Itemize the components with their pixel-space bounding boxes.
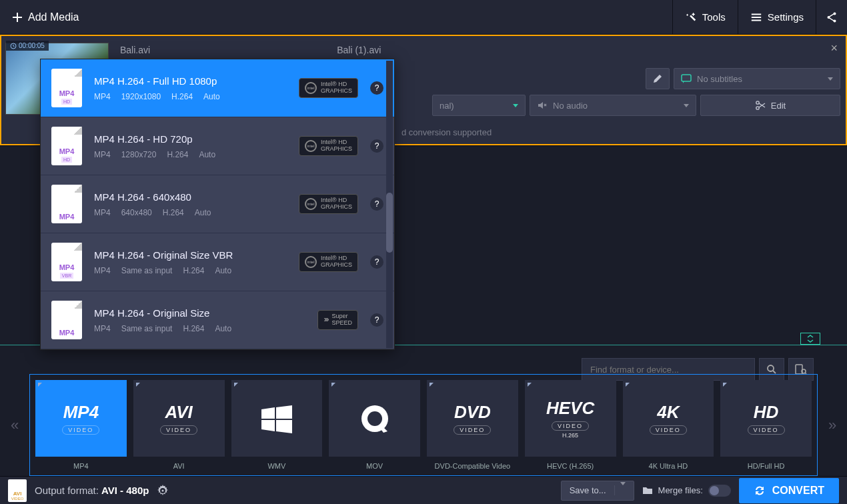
help-icon[interactable]: ? [370, 139, 383, 153]
next-arrow[interactable]: » [824, 417, 840, 434]
corner-indicator [723, 383, 727, 387]
prev-arrow[interactable]: « [7, 417, 23, 434]
scrollbar-thumb[interactable] [386, 193, 393, 253]
format-tile[interactable]: MP4 VIDEO [35, 380, 127, 457]
preset-selected-dropdown[interactable]: nal) [432, 95, 526, 116]
preset-details: MP41920x1080H.264Auto [94, 92, 287, 101]
output-format-icon: AVIVIDEO [8, 479, 27, 502]
format-label: DVD-Compatible Video [435, 462, 511, 470]
format-tile-col: DVD VIDEO DVD-Compatible Video [427, 380, 518, 470]
source-filename: Bali.avi [120, 45, 150, 55]
corner-indicator [626, 383, 630, 387]
expand-handle[interactable] [800, 333, 820, 345]
subtitles-dropdown[interactable]: No subtitles [674, 68, 840, 89]
settings-label: Settings [768, 11, 804, 23]
format-file-icon: MP4 HD [51, 69, 82, 107]
preset-title: MP4 H.264 - Original Size [94, 307, 305, 319]
format-file-icon: MP4 HD [51, 127, 82, 165]
corner-indicator [528, 383, 532, 387]
device-search-icon [795, 364, 807, 375]
close-icon[interactable]: × [830, 41, 838, 55]
help-icon[interactable]: ? [370, 255, 383, 269]
tools-label: Tools [702, 11, 726, 23]
plus-icon [12, 12, 23, 23]
preset-title: MP4 H.264 - Full HD 1080p [94, 75, 287, 87]
preset-item[interactable]: MP4 HD MP4 H.264 - HD 720p MP41280x720H.… [41, 117, 394, 175]
corner-indicator [430, 383, 434, 387]
settings-button[interactable]: Settings [738, 0, 816, 34]
format-tile-col: AVI VIDEO AVI [133, 380, 225, 470]
speaker-muted-icon [537, 101, 548, 110]
quicktime-logo-icon [358, 402, 391, 435]
subtitle-icon [681, 74, 692, 83]
format-tile[interactable]: AVI VIDEO [133, 380, 225, 457]
format-label: HD/Full HD [748, 462, 785, 470]
format-label: MP4 [73, 462, 89, 470]
format-tile[interactable] [329, 380, 420, 457]
help-icon[interactable]: ? [370, 313, 383, 327]
format-file-icon: MP4 VBR [51, 243, 82, 281]
corner-indicator [38, 383, 42, 387]
svg-rect-4 [682, 75, 691, 81]
topbar: Add Media Tools Settings [0, 0, 847, 35]
format-tile-col: MOV [329, 380, 420, 470]
format-label: 4K Ultra HD [649, 462, 688, 470]
svg-point-11 [367, 411, 382, 426]
format-tile[interactable]: DVD VIDEO [427, 380, 518, 457]
output-label: Output format: AVI - 480p [35, 485, 149, 496]
format-section: « MP4 VIDEO MP4 AVI VIDEO AVI WMV [0, 374, 847, 476]
format-tile[interactable]: HD VIDEO [720, 380, 812, 457]
bottombar: AVIVIDEO Output format: AVI - 480p Save … [0, 476, 847, 504]
intel-badge: intelIntel® HDGRAPHICS [299, 78, 358, 98]
share-icon [826, 11, 838, 23]
preset-item[interactable]: MP4 VBR MP4 H.264 - Original Size VBR MP… [41, 233, 394, 291]
preset-dropdown: MP4 HD MP4 H.264 - Full HD 1080p MP41920… [40, 59, 395, 350]
help-icon[interactable]: ? [370, 197, 383, 211]
intel-badge: intelIntel® HDGRAPHICS [299, 136, 358, 156]
format-tile-col: HD VIDEO HD/Full HD [720, 380, 812, 470]
format-label: MOV [366, 462, 383, 470]
format-file-icon: MP4 [51, 185, 82, 223]
preset-details: MP4Same as inputH.264Auto [94, 266, 287, 275]
corner-indicator [331, 383, 335, 387]
chevron-down-icon [828, 77, 833, 81]
format-tile[interactable] [231, 380, 323, 457]
convert-button[interactable]: CONVERT [739, 478, 839, 503]
intel-badge: intelIntel® HDGRAPHICS [299, 194, 358, 214]
add-media-label: Add Media [28, 11, 79, 23]
gear-icon[interactable] [157, 485, 169, 497]
format-tile[interactable]: 4K VIDEO [623, 380, 714, 457]
pencil-icon [652, 73, 663, 84]
chevron-down-icon [513, 104, 518, 107]
svg-rect-8 [796, 365, 802, 374]
preset-item[interactable]: MP4 HD MP4 H.264 - Full HD 1080p MP41920… [41, 59, 394, 117]
thumbnail-timestamp: 00:00:05 [6, 41, 49, 51]
preset-title: MP4 H.264 - Original Size VBR [94, 249, 287, 261]
format-label: HEVC (H.265) [547, 462, 594, 470]
preset-details: MP41280x720H.264Auto [94, 150, 287, 159]
format-label: WMV [267, 462, 285, 470]
clock-icon [10, 43, 17, 49]
format-label: AVI [173, 462, 185, 470]
help-icon[interactable]: ? [370, 81, 383, 95]
magic-wand-icon [685, 11, 697, 23]
preset-item[interactable]: MP4 MP4 H.264 - 640x480 MP4640x480H.264A… [41, 175, 394, 233]
folder-icon [642, 486, 653, 495]
target-filename: Bali (1).avi [337, 45, 381, 55]
share-button[interactable] [816, 0, 847, 34]
menu-icon [750, 11, 762, 23]
eyedropper-button[interactable] [646, 68, 670, 89]
tools-button[interactable]: Tools [672, 0, 738, 34]
preset-details: MP4Same as inputH.264Auto [94, 324, 305, 333]
search-icon [766, 364, 777, 375]
chevron-down-icon [684, 104, 689, 107]
save-to-button[interactable]: Save to... [561, 481, 634, 501]
speed-badge: ›››SuperSPEED [317, 310, 358, 330]
preset-item[interactable]: MP4 MP4 H.264 - Original Size MP4Same as… [41, 291, 394, 349]
format-tile[interactable]: HEVC VIDEO H.265 [525, 380, 616, 457]
audio-dropdown[interactable]: No audio [530, 95, 696, 116]
add-media-button[interactable]: Add Media [0, 0, 91, 34]
edit-button[interactable]: Edit [700, 95, 840, 116]
merge-toggle[interactable] [708, 485, 731, 497]
format-tile-col: MP4 VIDEO MP4 [35, 380, 127, 470]
